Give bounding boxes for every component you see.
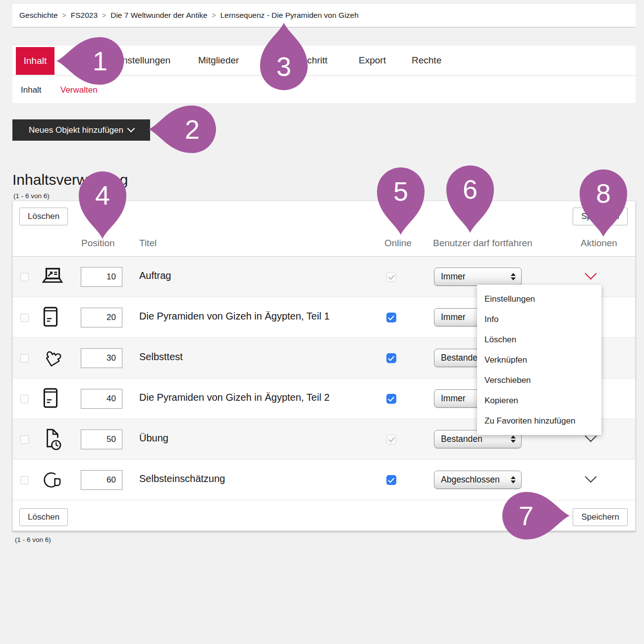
position-input[interactable]	[81, 308, 122, 327]
position-input[interactable]	[81, 267, 122, 287]
annotation-marker-4: 4	[78, 170, 127, 239]
actions-dropdown-menu: Einstellungen Info Löschen Verknüpfen Ve…	[477, 285, 601, 435]
breadcrumb: Geschichte > FS2023 > Die 7 Weltwunder d…	[12, 4, 636, 28]
menu-item-zu-favoriten[interactable]: Zu Favoriten hinzufügen	[477, 411, 601, 431]
select-stepper-icon	[511, 435, 516, 443]
page-clock-icon	[40, 428, 65, 451]
annotation-marker-6: 6	[445, 164, 495, 233]
continue-select-value: Abgeschlossen	[441, 475, 500, 485]
annotation-marker-5: 5	[376, 166, 426, 235]
select-stepper-icon	[511, 476, 516, 483]
menu-item-loeschen[interactable]: Löschen	[477, 329, 601, 350]
subtab-verwalten[interactable]: Verwalten	[60, 85, 98, 95]
continue-select[interactable]: Immer	[434, 268, 522, 286]
column-header-title: Titel	[139, 238, 157, 249]
svg-text:1: 1	[93, 46, 107, 76]
learning-module-icon	[40, 306, 61, 329]
svg-text:2: 2	[185, 114, 200, 144]
result-count-top: (1 - 6 von 6)	[13, 192, 50, 200]
add-object-button[interactable]: Neues Objekt hinzufügen	[12, 119, 150, 141]
continue-select[interactable]: Abgeschlossen	[434, 471, 522, 489]
puzzle-icon	[40, 346, 65, 370]
annotation-marker-8: 8	[579, 168, 628, 237]
annotation-marker-2: 2	[149, 105, 217, 154]
item-title: Die Pyramiden von Gizeh in Ägypten, Teil…	[139, 392, 329, 403]
subtab-inhalt[interactable]: Inhalt	[21, 85, 42, 95]
online-checkbox[interactable]	[386, 475, 396, 485]
menu-item-einstellungen[interactable]: Einstellungen	[477, 289, 601, 309]
row-select-checkbox[interactable]	[20, 273, 29, 281]
select-stepper-icon	[511, 273, 516, 280]
continue-select-value: Immer	[441, 271, 466, 282]
breadcrumb-separator-icon: >	[62, 11, 66, 19]
delete-button-top[interactable]: Löschen	[19, 208, 68, 225]
item-title: Selbsttest	[139, 351, 183, 363]
position-input[interactable]	[81, 389, 122, 409]
item-title: Übung	[139, 432, 168, 444]
save-button-bottom[interactable]: Speichern	[573, 508, 628, 526]
svg-text:7: 7	[519, 501, 534, 531]
result-count-bottom: (1 - 6 von 6)	[15, 536, 51, 543]
breadcrumb-separator-icon: >	[212, 11, 216, 19]
annotation-marker-3: 3	[259, 23, 309, 91]
continue-select-value: Bestanden	[441, 353, 483, 363]
menu-item-verschieben[interactable]: Verschieben	[477, 370, 601, 390]
online-checkbox[interactable]	[386, 313, 396, 322]
column-header-position: Position	[81, 238, 115, 249]
breadcrumb-item[interactable]: Die 7 Weltwunder der Antike	[110, 11, 207, 20]
svg-text:8: 8	[596, 178, 611, 208]
svg-text:5: 5	[393, 176, 408, 206]
online-checkbox[interactable]	[386, 394, 396, 404]
tab-rechte[interactable]: Rechte	[412, 55, 441, 66]
delete-button-bottom[interactable]: Löschen	[19, 508, 68, 526]
continue-select-value: Bestanden	[441, 434, 483, 444]
column-header-online: Online	[384, 238, 412, 249]
row-select-checkbox[interactable]	[20, 435, 29, 444]
actions-chevron-icon[interactable]	[585, 268, 596, 279]
tab-inhalt[interactable]: Inhalt	[16, 47, 54, 75]
position-input[interactable]	[81, 348, 122, 368]
tab-export[interactable]: Export	[359, 55, 386, 66]
laptop-presentation-icon	[40, 265, 65, 289]
online-checkbox-disabled	[386, 434, 396, 444]
learning-module-icon	[40, 387, 61, 411]
breadcrumb-item[interactable]: Geschichte	[19, 11, 58, 20]
add-object-button-label: Neues Objekt hinzufügen	[29, 125, 123, 135]
item-title: Die Pyramiden von Gizeh in Ägypten, Teil…	[139, 311, 329, 322]
column-header-actions: Aktionen	[581, 238, 617, 249]
menu-item-info[interactable]: Info	[477, 309, 601, 329]
continue-select-value: Immer	[441, 312, 466, 322]
breadcrumb-item[interactable]: FS2023	[71, 11, 98, 20]
position-input[interactable]	[81, 429, 122, 449]
item-title: Auftrag	[139, 270, 171, 281]
row-select-checkbox[interactable]	[20, 354, 29, 363]
continue-select-value: Immer	[441, 393, 466, 404]
row-select-checkbox[interactable]	[20, 476, 29, 484]
svg-text:3: 3	[276, 52, 291, 81]
annotation-marker-7: 7	[501, 491, 570, 540]
annotation-marker-1: 1	[56, 36, 125, 86]
item-title: Selbsteinschätzung	[139, 473, 225, 484]
breadcrumb-item-current[interactable]: Lernsequenz - Die Pyramiden von Gizeh	[220, 11, 359, 20]
pie-chart-icon	[40, 468, 65, 492]
tab-mitglieder[interactable]: Mitglieder	[198, 55, 239, 66]
position-input[interactable]	[81, 470, 122, 490]
actions-chevron-icon[interactable]	[585, 471, 596, 483]
menu-item-verknuepfen[interactable]: Verknüpfen	[477, 350, 601, 370]
online-checkbox-disabled	[386, 272, 396, 282]
breadcrumb-separator-icon: >	[102, 11, 106, 19]
svg-text:6: 6	[463, 174, 478, 204]
row-select-checkbox[interactable]	[20, 395, 29, 403]
svg-text:4: 4	[95, 180, 110, 210]
chevron-down-icon	[127, 125, 135, 133]
column-header-continue: Benutzer darf fortfahren	[433, 238, 533, 249]
menu-item-kopieren[interactable]: Kopieren	[477, 390, 601, 411]
row-select-checkbox[interactable]	[20, 314, 29, 322]
online-checkbox[interactable]	[386, 353, 396, 363]
